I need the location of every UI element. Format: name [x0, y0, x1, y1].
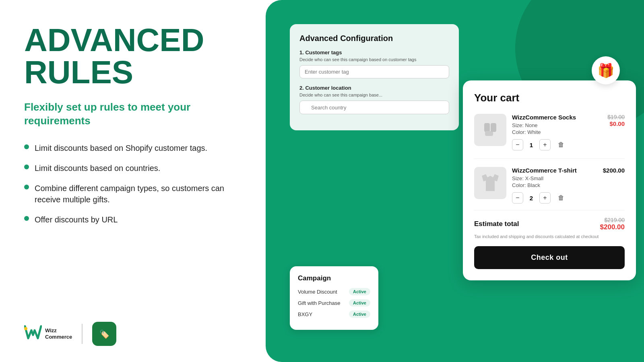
socks-name: WizzCommerce Socks [512, 114, 602, 121]
svg-rect-5 [491, 123, 496, 132]
cart-item-socks: WizzCommerce Socks Size: None Color: Whi… [474, 114, 625, 159]
estimate-row: Estimate total $219.00 $200.00 [474, 217, 625, 231]
campaign-card: Campaign Volume Discount Active Gift wit… [290, 266, 378, 330]
adv-config-title: Advanced Configuration [299, 34, 449, 43]
logo-w-letter [24, 325, 42, 343]
socks-qty-plus[interactable]: + [539, 139, 551, 150]
section1-title: 1. Customer tags [299, 49, 449, 56]
section1-desc: Decide who can see this campaign based o… [299, 57, 449, 62]
subtitle: Flexibly set up rules to meet your requi… [24, 101, 242, 128]
section2-title: 2. Customer location [299, 85, 449, 91]
config-section-tags: 1. Customer tags Decide who can see this… [299, 49, 449, 78]
campaign-name-3: BXGY [298, 311, 312, 317]
tshirt-size: Size: X-Small [512, 175, 597, 181]
search-wrapper: 🔍 [299, 101, 449, 114]
campaign-row-1: Volume Discount Active [298, 288, 370, 295]
tshirt-name: WizzCommerce T-shirt [512, 167, 597, 174]
logo-text: Wizz Commerce [45, 327, 72, 340]
app-icon: 🏷️ [92, 322, 116, 346]
estimate-original: $219.00 [600, 217, 625, 223]
socks-price-discounted: $0.00 [607, 120, 625, 127]
wizzcommerce-logo: Wizz Commerce [24, 325, 72, 343]
tshirt-price-full: $200.00 [603, 167, 625, 174]
socks-qty: 1 [527, 142, 535, 148]
tshirt-details: WizzCommerce T-shirt Size: X-Small Color… [512, 167, 597, 204]
campaign-title: Campaign [298, 274, 370, 282]
list-item: Limit discounts based on Shopify custome… [24, 142, 242, 154]
left-panel: ADVANCED RULES Flexibly set up rules to … [0, 0, 266, 362]
footer-logos: Wizz Commerce 🏷️ [24, 322, 242, 346]
bullet-list: Limit discounts based on Shopify custome… [24, 142, 242, 225]
socks-size: Size: None [512, 122, 602, 128]
main-title: ADVANCED RULES [24, 24, 242, 88]
svg-rect-3 [484, 123, 490, 132]
campaign-badge-1: Active [349, 288, 370, 295]
socks-trash-icon[interactable]: 🗑 [558, 141, 564, 148]
estimate-prices: $219.00 $200.00 [600, 217, 625, 231]
list-item: Offer discounts by URL [24, 214, 242, 225]
cart-item-tshirt: WizzCommerce T-shirt Size: X-Small Color… [474, 167, 625, 210]
campaign-name-2: Gift with Purchase [298, 300, 341, 306]
estimate-discounted: $200.00 [600, 223, 625, 231]
config-section-location: 2. Customer location Decide who can see … [299, 85, 449, 114]
tax-note: Tax included and shipping and discounts … [474, 234, 625, 240]
tshirt-color: Color: Black [512, 182, 597, 188]
svg-point-0 [24, 327, 27, 330]
bullet-dot [24, 165, 29, 169]
section2-desc: Decide who can see this campaign base... [299, 93, 449, 97]
cart-card: Your cart WizzCommerce Socks Size: None … [463, 80, 636, 280]
socks-details: WizzCommerce Socks Size: None Color: Whi… [512, 114, 602, 150]
list-item: Combine different campaign types, so cus… [24, 183, 242, 205]
tshirt-qty-plus[interactable]: + [539, 192, 551, 204]
socks-price-original: $19.00 [607, 114, 625, 120]
bullet-dot [24, 216, 29, 221]
socks-color: Color: White [512, 129, 602, 135]
bullet-dot [24, 144, 29, 149]
right-panel: Advanced Configuration 1. Customer tags … [266, 0, 644, 362]
checkout-button[interactable]: Check out [474, 246, 625, 269]
tshirt-qty-controls: − 2 + 🗑 [512, 192, 597, 204]
left-content: ADVANCED RULES Flexibly set up rules to … [24, 24, 242, 234]
socks-image [474, 114, 506, 146]
campaign-row-2: Gift with Purchase Active [298, 299, 370, 306]
gift-icon: 🎁 [597, 62, 614, 78]
logo-divider [82, 324, 83, 344]
country-search-input[interactable] [299, 101, 449, 114]
tshirt-qty: 2 [527, 195, 535, 202]
tshirt-price: $200.00 [603, 167, 625, 174]
socks-qty-minus[interactable]: − [512, 139, 523, 150]
bullet-dot [24, 185, 29, 189]
campaign-row-3: BXGY Active [298, 311, 370, 318]
advanced-config-card: Advanced Configuration 1. Customer tags … [290, 24, 459, 130]
estimate-label: Estimate total [474, 220, 519, 228]
campaign-badge-2: Active [349, 299, 370, 306]
cart-title: Your cart [474, 92, 625, 104]
socks-price: $19.00 $0.00 [607, 114, 625, 127]
svg-text:🏷️: 🏷️ [99, 329, 109, 339]
tshirt-trash-icon[interactable]: 🗑 [558, 194, 564, 202]
gift-icon-circle: 🎁 [592, 56, 620, 84]
campaign-name-1: Volume Discount [298, 289, 337, 295]
socks-qty-controls: − 1 + 🗑 [512, 139, 602, 150]
customer-tag-input[interactable] [299, 65, 449, 78]
tshirt-image [474, 167, 506, 199]
tshirt-qty-minus[interactable]: − [512, 192, 523, 204]
list-item: Limit discounts based on countries. [24, 162, 242, 174]
campaign-badge-3: Active [349, 311, 370, 318]
